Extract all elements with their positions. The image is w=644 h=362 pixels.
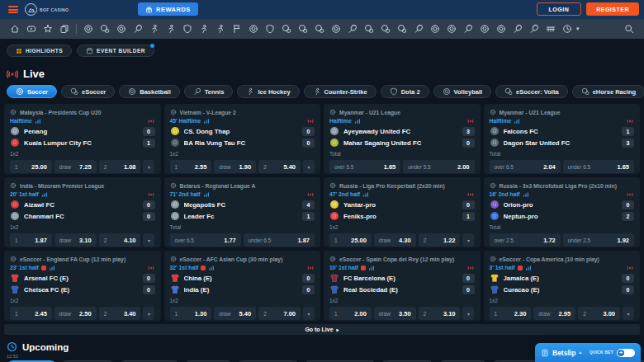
sport-boxing-icon[interactable] [212, 22, 229, 35]
odds-button[interactable]: draw2.50 [54, 307, 97, 320]
odds-button[interactable]: 125.00 [329, 233, 372, 247]
odds-button[interactable]: under 6.51.87 [244, 233, 315, 247]
match-card[interactable]: eSoccer - Copa America (10 min play)3' 1… [484, 251, 641, 321]
odds-button[interactable]: draw5.40 [214, 307, 256, 320]
odds-button[interactable]: 23.00 [578, 307, 620, 320]
brand-logo[interactable]: BOF CASINO [25, 3, 69, 16]
sport-ebasketball-icon[interactable] [361, 22, 377, 35]
odds-button[interactable]: over 2.51.72 [490, 233, 561, 247]
sport-futsal-icon[interactable] [493, 22, 509, 35]
sport-rugby-icon[interactable] [443, 22, 460, 35]
odds-button[interactable]: under 6.51.65 [563, 160, 634, 173]
match-card[interactable]: Malaysia - Presidents Cup U20HalftimePen… [4, 104, 161, 174]
sport-volleyball-icon[interactable] [245, 22, 262, 35]
nav-favorites-icon[interactable] [40, 22, 56, 35]
more-markets-button[interactable]: ▾ [462, 233, 474, 247]
more-markets-button[interactable]: ▾ [143, 160, 154, 173]
more-markets-button[interactable]: ▾ [143, 307, 154, 320]
odds-button[interactable]: draw2.95 [533, 307, 575, 320]
sport-table-tennis-icon[interactable] [460, 22, 476, 35]
match-card[interactable]: India - Mizoram Premier League20' 1st ha… [4, 177, 161, 247]
odds-button[interactable]: draw3.10 [54, 233, 97, 247]
odds-button[interactable]: under 5.52.00 [403, 160, 474, 173]
match-card[interactable]: Russia - Liga Pro Keeperball (2x30 min)4… [324, 177, 481, 247]
match-card[interactable]: eSoccer - AFC Asian Cup (30 min play)32'… [164, 251, 321, 321]
match-card[interactable]: Belarus - Regional League A71' 2nd halfM… [164, 177, 321, 247]
sport-esoccer-volta-icon[interactable] [278, 22, 295, 35]
sport-efighting-icon[interactable] [377, 22, 394, 35]
odds-button[interactable]: 11.87 [10, 233, 52, 247]
odds-button[interactable]: 27.00 [258, 307, 301, 320]
sport-etennis-icon[interactable] [344, 22, 361, 35]
menu-icon[interactable] [8, 6, 18, 13]
sport-poker-icon[interactable] [476, 22, 493, 35]
rewards-button[interactable]: REWARDS [138, 2, 198, 16]
sport-kabaddi-icon[interactable] [196, 22, 212, 35]
quick-bet-toggle[interactable]: + [617, 349, 635, 357]
match-card[interactable]: Russia - 3x3 Microfutsal Liga Pro (2x10 … [484, 177, 641, 247]
match-card[interactable]: Myanmar - U21 LeagueHalftimeAyeyawady Un… [324, 104, 481, 174]
sport-badminton-icon[interactable] [509, 22, 526, 35]
odds-button[interactable]: 21.22 [419, 233, 461, 247]
sport-counter-strike-icon[interactable] [163, 22, 179, 35]
live-tab-tennis[interactable]: Tennis [184, 85, 234, 98]
odds-button[interactable]: 24.10 [99, 233, 141, 247]
sport-time-filter-icon[interactable] [559, 22, 575, 35]
register-button[interactable]: REGISTER [586, 2, 639, 16]
odds-button[interactable]: 12.30 [490, 307, 532, 320]
sport-tennis-icon[interactable] [130, 22, 146, 35]
live-tab-esoccer-volta[interactable]: eSoccer: Volta [495, 85, 568, 98]
more-markets-button[interactable]: ▾ [462, 307, 474, 320]
live-tab-basketball[interactable]: Basketball [119, 85, 180, 98]
odds-button[interactable]: 12.55 [170, 160, 212, 173]
highlights-button[interactable]: HIGHLIGHTS [7, 45, 72, 57]
odds-button[interactable]: draw1.90 [214, 160, 256, 173]
nav-home-icon[interactable] [7, 22, 23, 35]
sport-ecricket-icon[interactable] [394, 22, 410, 35]
more-markets-button[interactable]: ▾ [303, 307, 315, 320]
odds-button[interactable]: draw4.30 [374, 233, 416, 247]
odds-button[interactable]: 12.45 [10, 307, 52, 320]
match-card[interactable]: eSoccer - England FA Cup (12 min play)23… [4, 251, 161, 321]
sport-soccer-icon[interactable] [80, 22, 97, 35]
sport-ice-hockey-icon[interactable] [146, 22, 163, 35]
odds-button[interactable]: 23.40 [99, 307, 141, 320]
odds-button[interactable]: 25.40 [258, 160, 301, 173]
odds-button[interactable]: 12.00 [329, 307, 372, 320]
sport-ehorse-racing-icon[interactable] [295, 22, 311, 35]
odds-button[interactable]: over 6.52.04 [490, 160, 561, 173]
live-tab-soccer[interactable]: Soccer [7, 85, 57, 98]
more-markets-button[interactable]: ▾ [303, 160, 315, 173]
live-tab-dota-2[interactable]: Dota 2 [381, 85, 429, 98]
match-card[interactable]: Myanmar - U21 LeagueHalftimeFalcons FC1D… [484, 104, 641, 174]
sport-esoccer-penalty-icon[interactable] [311, 22, 328, 35]
login-button[interactable]: LOGIN [537, 2, 582, 16]
sport-chess-icon[interactable] [229, 22, 245, 35]
live-tab-ice-hockey[interactable]: Ice Hockey [237, 85, 299, 98]
live-tab-counter-strike[interactable]: Counter-Strike [304, 85, 376, 98]
sport-basketball-icon[interactable] [113, 22, 130, 35]
more-markets-button[interactable]: ▾ [143, 233, 154, 247]
odds-button[interactable]: under 2.51.92 [563, 233, 634, 247]
sport-snooker-icon[interactable] [427, 22, 443, 35]
odds-button[interactable]: 21.08 [99, 160, 141, 173]
odds-button[interactable]: over 6.51.77 [170, 233, 241, 247]
odds-button[interactable]: 125.00 [10, 160, 52, 173]
more-markets-button[interactable]: ▾ [623, 307, 634, 320]
sport-golf-icon[interactable] [526, 22, 542, 35]
sport-dota-2-icon[interactable] [179, 22, 196, 35]
sport-handball-icon[interactable] [328, 22, 344, 35]
match-card[interactable]: Vietnam - V-League 245' HalftimeCS. Dong… [164, 104, 321, 174]
nav-multi-view-icon[interactable] [56, 22, 73, 35]
nav-live-icon[interactable] [23, 22, 40, 35]
odds-button[interactable]: 11.30 [170, 307, 212, 320]
live-tab-esoccer[interactable]: eSoccer [61, 85, 115, 98]
odds-button[interactable]: over 5.51.65 [329, 160, 400, 173]
sport-darts-icon[interactable] [410, 22, 427, 35]
event-builder-button[interactable]: EVENT BUILDER [77, 45, 154, 57]
odds-button[interactable]: 23.10 [419, 307, 461, 320]
live-tab-volleyball[interactable]: Volleyball [433, 85, 491, 98]
go-to-live-button[interactable]: Go to Live ▸ [4, 324, 640, 335]
match-card[interactable]: eSoccer - Spain Copa del Rey (12 min pla… [324, 251, 481, 321]
chevron-down-icon[interactable]: ▾ [576, 26, 580, 32]
